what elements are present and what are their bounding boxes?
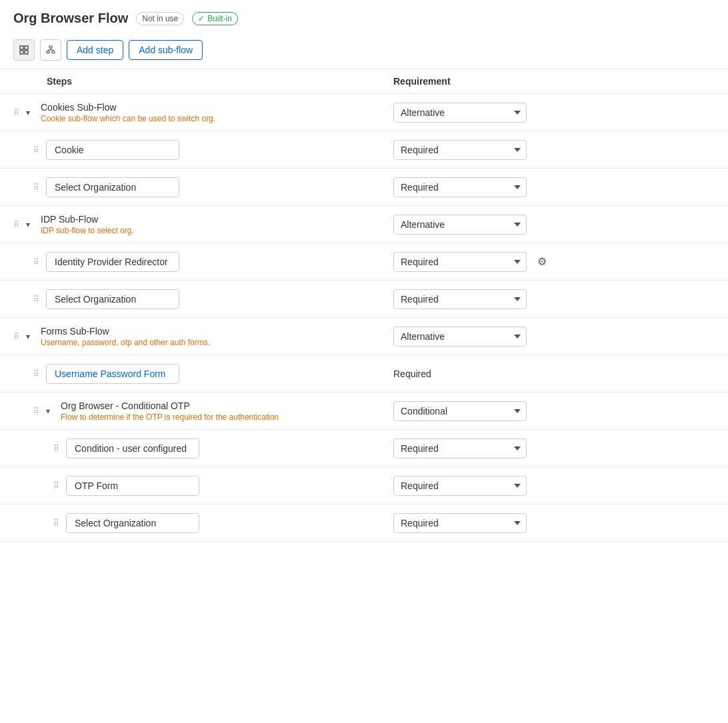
steps-cell-select-org-3: ⠿Select Organization bbox=[13, 513, 393, 533]
step-box-select-org-3: Select Organization bbox=[66, 513, 199, 533]
flow-row-cookie: ⠿CookieDisabledAlternativeRequiredCondit… bbox=[0, 131, 728, 169]
chevron-conditional-otp-subflow[interactable]: ▾ bbox=[46, 406, 55, 416]
requirement-select-idp-redirector[interactable]: DisabledAlternativeRequiredConditional bbox=[393, 252, 527, 272]
requirement-cell-idp-subflow: DisabledAlternativeRequiredConditional bbox=[393, 215, 715, 235]
subflow-desc-conditional-otp-subflow: Flow to determine if the OTP is required… bbox=[61, 412, 279, 422]
steps-cell-otp-form: ⠿OTP Form bbox=[13, 476, 393, 496]
badge-not-in-use: Not in use bbox=[136, 12, 184, 25]
svg-rect-0 bbox=[20, 46, 23, 49]
steps-column-header: Steps bbox=[13, 76, 393, 87]
steps-cell-conditional-otp-subflow: ⠿▾Org Browser - Conditional OTPFlow to d… bbox=[13, 400, 393, 422]
steps-cell-select-org-2: ⠿Select Organization bbox=[13, 289, 393, 309]
requirement-select-otp-form[interactable]: DisabledAlternativeRequiredConditional bbox=[393, 476, 527, 496]
flow-row-idp-subflow: ⠿▾IDP Sub-FlowIDP sub-flow to select org… bbox=[0, 206, 728, 243]
flow-table: ⠿▾Cookies Sub-FlowCookie sub-flow which … bbox=[0, 94, 728, 542]
diagram-view-button[interactable] bbox=[40, 39, 61, 61]
steps-cell-condition-user-configured: ⠿Condition - user configured bbox=[13, 438, 393, 458]
subflow-info-cookies-subflow: Cookies Sub-FlowCookie sub-flow which ca… bbox=[41, 102, 215, 123]
requirement-cell-conditional-otp-subflow: DisabledAlternativeRequiredConditional bbox=[393, 401, 715, 421]
step-box-select-org-1: Select Organization bbox=[46, 177, 179, 197]
step-box-cookie: Cookie bbox=[46, 140, 179, 160]
requirement-cell-condition-user-configured: DisabledAlternativeRequiredConditional bbox=[393, 438, 715, 458]
subflow-desc-cookies-subflow: Cookie sub-flow which can be used to swi… bbox=[41, 114, 215, 123]
flow-row-select-org-2: ⠿Select OrganizationDisabledAlternativeR… bbox=[0, 281, 728, 318]
flow-row-cookies-subflow: ⠿▾Cookies Sub-FlowCookie sub-flow which … bbox=[0, 94, 728, 131]
step-box-condition-user-configured: Condition - user configured bbox=[66, 438, 199, 458]
drag-handle-condition-user-configured[interactable]: ⠿ bbox=[53, 444, 59, 453]
drag-handle-select-org-3[interactable]: ⠿ bbox=[53, 518, 59, 528]
page-title: Org Browser Flow bbox=[13, 11, 128, 26]
step-box-select-org-2: Select Organization bbox=[46, 289, 179, 309]
drag-handle-username-password[interactable]: ⠿ bbox=[33, 369, 39, 378]
chevron-forms-subflow[interactable]: ▾ bbox=[26, 332, 35, 341]
flow-row-condition-user-configured: ⠿Condition - user configuredDisabledAlte… bbox=[0, 430, 728, 467]
diagram-icon bbox=[46, 45, 55, 55]
toolbar: Add step Add sub-flow bbox=[0, 34, 728, 69]
page-header: Org Browser Flow Not in use Built-in bbox=[0, 0, 728, 34]
requirement-select-select-org-3[interactable]: DisabledAlternativeRequiredConditional bbox=[393, 513, 527, 533]
svg-rect-3 bbox=[25, 51, 28, 54]
subflow-info-conditional-otp-subflow: Org Browser - Conditional OTPFlow to det… bbox=[61, 400, 279, 422]
requirement-select-conditional-otp-subflow[interactable]: DisabledAlternativeRequiredConditional bbox=[393, 401, 527, 421]
subflow-desc-forms-subflow: Username, password, otp and other auth f… bbox=[41, 338, 210, 347]
add-step-button[interactable]: Add step bbox=[67, 40, 123, 60]
requirement-select-forms-subflow[interactable]: DisabledAlternativeRequiredConditional bbox=[393, 327, 527, 347]
subflow-label-conditional-otp-subflow: Org Browser - Conditional OTP bbox=[61, 400, 279, 411]
requirement-cell-forms-subflow: DisabledAlternativeRequiredConditional bbox=[393, 327, 715, 347]
steps-cell-idp-subflow: ⠿▾IDP Sub-FlowIDP sub-flow to select org… bbox=[13, 214, 393, 235]
svg-rect-6 bbox=[52, 51, 55, 53]
drag-handle-cookies-subflow[interactable]: ⠿ bbox=[13, 108, 19, 117]
requirement-cell-username-password: Required bbox=[393, 368, 715, 379]
table-view-button[interactable] bbox=[13, 39, 35, 61]
subflow-info-forms-subflow: Forms Sub-FlowUsername, password, otp an… bbox=[41, 326, 210, 347]
drag-handle-idp-redirector[interactable]: ⠿ bbox=[33, 257, 39, 267]
table-icon bbox=[19, 45, 29, 55]
drag-handle-idp-subflow[interactable]: ⠿ bbox=[13, 220, 19, 229]
chevron-cookies-subflow[interactable]: ▾ bbox=[26, 108, 35, 117]
step-box-username-password: Username Password Form bbox=[46, 364, 179, 384]
flow-row-select-org-1: ⠿Select OrganizationDisabledAlternativeR… bbox=[0, 169, 728, 206]
steps-cell-cookie: ⠿Cookie bbox=[13, 140, 393, 160]
requirement-cell-select-org-1: DisabledAlternativeRequiredConditional bbox=[393, 177, 715, 197]
requirement-cell-idp-redirector: DisabledAlternativeRequiredConditional⚙ bbox=[393, 252, 715, 272]
add-subflow-button[interactable]: Add sub-flow bbox=[129, 40, 203, 60]
requirement-cell-cookies-subflow: DisabledAlternativeRequiredConditional bbox=[393, 103, 715, 123]
flow-row-idp-redirector: ⠿Identity Provider RedirectorDisabledAlt… bbox=[0, 243, 728, 281]
requirement-cell-select-org-2: DisabledAlternativeRequiredConditional bbox=[393, 289, 715, 309]
requirement-cell-cookie: DisabledAlternativeRequiredConditional bbox=[393, 140, 715, 160]
requirement-select-cookies-subflow[interactable]: DisabledAlternativeRequiredConditional bbox=[393, 103, 527, 123]
requirement-text-username-password: Required bbox=[393, 368, 431, 379]
flow-row-otp-form: ⠿OTP FormDisabledAlternativeRequiredCond… bbox=[0, 467, 728, 504]
svg-rect-5 bbox=[47, 51, 49, 53]
subflow-info-idp-subflow: IDP Sub-FlowIDP sub-flow to select org. bbox=[41, 214, 134, 235]
steps-cell-select-org-1: ⠿Select Organization bbox=[13, 177, 393, 197]
step-box-idp-redirector: Identity Provider Redirector bbox=[46, 252, 179, 272]
drag-handle-forms-subflow[interactable]: ⠿ bbox=[13, 332, 19, 341]
steps-cell-idp-redirector: ⠿Identity Provider Redirector bbox=[13, 252, 393, 272]
drag-handle-select-org-1[interactable]: ⠿ bbox=[33, 183, 39, 192]
drag-handle-select-org-2[interactable]: ⠿ bbox=[33, 295, 39, 304]
steps-cell-username-password: ⠿Username Password Form bbox=[13, 364, 393, 384]
requirement-cell-select-org-3: DisabledAlternativeRequiredConditional bbox=[393, 513, 715, 533]
requirement-select-select-org-2[interactable]: DisabledAlternativeRequiredConditional bbox=[393, 289, 527, 309]
subflow-label-idp-subflow: IDP Sub-Flow bbox=[41, 214, 134, 225]
drag-handle-conditional-otp-subflow[interactable]: ⠿ bbox=[33, 406, 39, 416]
drag-handle-cookie[interactable]: ⠿ bbox=[33, 145, 39, 155]
requirement-select-idp-subflow[interactable]: DisabledAlternativeRequiredConditional bbox=[393, 215, 527, 235]
gear-icon-idp-redirector[interactable]: ⚙ bbox=[537, 255, 547, 268]
chevron-idp-subflow[interactable]: ▾ bbox=[26, 220, 35, 229]
drag-handle-otp-form[interactable]: ⠿ bbox=[53, 481, 59, 490]
subflow-label-cookies-subflow: Cookies Sub-Flow bbox=[41, 102, 215, 113]
table-header: Steps Requirement bbox=[0, 69, 728, 94]
requirement-select-condition-user-configured[interactable]: DisabledAlternativeRequiredConditional bbox=[393, 438, 527, 458]
requirement-column-header: Requirement bbox=[393, 76, 715, 87]
svg-rect-4 bbox=[49, 46, 52, 48]
requirement-select-select-org-1[interactable]: DisabledAlternativeRequiredConditional bbox=[393, 177, 527, 197]
steps-cell-forms-subflow: ⠿▾Forms Sub-FlowUsername, password, otp … bbox=[13, 326, 393, 347]
requirement-cell-otp-form: DisabledAlternativeRequiredConditional bbox=[393, 476, 715, 496]
svg-rect-2 bbox=[20, 51, 23, 54]
flow-row-forms-subflow: ⠿▾Forms Sub-FlowUsername, password, otp … bbox=[0, 318, 728, 355]
subflow-label-forms-subflow: Forms Sub-Flow bbox=[41, 326, 210, 337]
requirement-select-cookie[interactable]: DisabledAlternativeRequiredConditional bbox=[393, 140, 527, 160]
badge-builtin: Built-in bbox=[192, 12, 238, 25]
